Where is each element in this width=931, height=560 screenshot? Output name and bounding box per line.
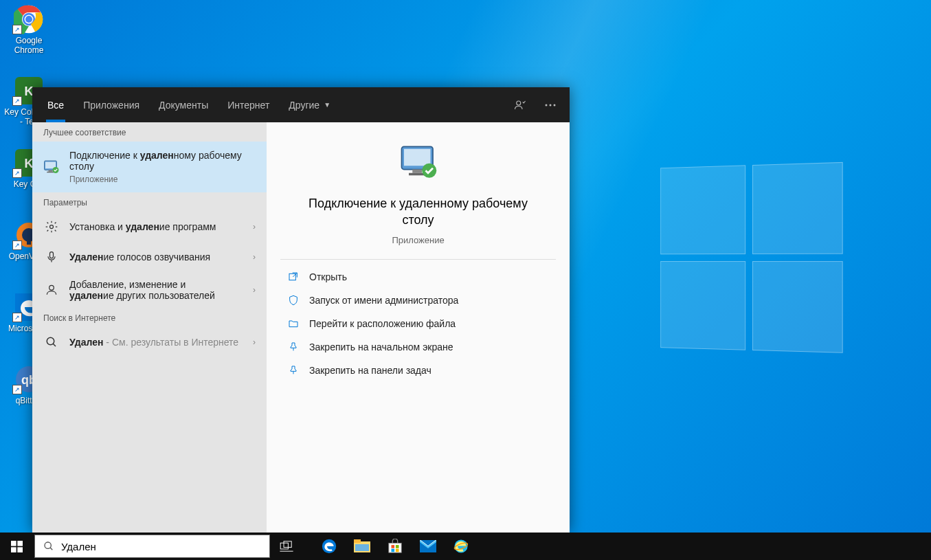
- tab-apps[interactable]: Приложения: [74, 87, 149, 122]
- svg-point-24: [50, 225, 54, 229]
- svg-point-39: [45, 542, 51, 548]
- action-run-as-admin[interactable]: Запуск от имени администратора: [280, 289, 556, 312]
- search-input[interactable]: [61, 541, 261, 552]
- search-icon: [43, 541, 54, 552]
- tab-documents[interactable]: Документы: [149, 87, 218, 122]
- search-detail-pane: Подключение к удаленному рабочему столу …: [267, 122, 570, 533]
- action-pin-start[interactable]: Закрепить на начальном экране: [280, 335, 556, 359]
- chevron-right-icon: ›: [253, 337, 256, 347]
- rdp-icon: [43, 159, 60, 175]
- svg-rect-41: [280, 543, 288, 549]
- taskbar-explorer[interactable]: [346, 533, 379, 560]
- folder-icon: [287, 317, 300, 330]
- result-best-match[interactable]: Подключение к удаленному рабочему столу …: [32, 142, 267, 192]
- svg-line-28: [53, 344, 56, 346]
- feedback-button[interactable]: [506, 91, 534, 119]
- start-button[interactable]: [0, 533, 33, 560]
- result-setting-uninstall[interactable]: Установка и удаление программ ›: [32, 212, 267, 242]
- person-icon: [43, 282, 60, 298]
- options-button[interactable]: [537, 91, 564, 119]
- result-setting-voices[interactable]: Удаление голосов озвучивания ›: [32, 242, 267, 272]
- svg-point-18: [554, 104, 556, 106]
- svg-rect-48: [389, 543, 401, 552]
- result-web-search[interactable]: Удален - См. результаты в Интернете ›: [32, 327, 267, 357]
- svg-rect-35: [11, 541, 16, 546]
- svg-line-40: [50, 548, 52, 550]
- svg-rect-11: [27, 235, 31, 245]
- search-panel-header: Все Приложения Документы Интернет Другие…: [32, 87, 570, 122]
- rdp-icon-large: [399, 143, 438, 181]
- svg-point-16: [546, 104, 548, 106]
- chevron-right-icon: ›: [253, 285, 256, 295]
- section-web: Поиск в Интернете: [32, 308, 267, 327]
- search-results-list: Лучшее соответствие Подключение к удален…: [32, 122, 267, 533]
- taskbar-store[interactable]: [379, 533, 412, 560]
- pin-icon: [287, 364, 300, 377]
- svg-rect-46: [354, 539, 361, 543]
- action-open[interactable]: Открыть: [280, 265, 556, 289]
- svg-rect-42: [284, 541, 291, 548]
- svg-point-15: [517, 101, 521, 105]
- mic-icon: [43, 249, 60, 265]
- pin-icon: [287, 341, 300, 353]
- svg-rect-30: [404, 149, 431, 166]
- taskbar-ie[interactable]: [445, 533, 478, 560]
- svg-rect-25: [50, 252, 54, 258]
- svg-rect-51: [392, 549, 395, 552]
- svg-point-26: [49, 285, 54, 290]
- search-panel: Все Приложения Документы Интернет Другие…: [32, 87, 570, 533]
- taskbar-search-box[interactable]: [34, 535, 270, 558]
- search-icon: [43, 334, 60, 350]
- svg-rect-21: [49, 170, 53, 172]
- section-settings: Параметры: [32, 192, 267, 212]
- svg-rect-22: [47, 172, 54, 173]
- tab-more[interactable]: Другие▼: [279, 87, 340, 122]
- tab-internet[interactable]: Интернет: [218, 87, 279, 122]
- desktop-icon-chrome[interactable]: ↗ Google Chrome: [3, 4, 55, 55]
- svg-point-17: [550, 104, 552, 106]
- shield-icon: [287, 294, 300, 306]
- svg-rect-49: [392, 545, 395, 548]
- svg-rect-52: [396, 549, 399, 552]
- svg-point-27: [47, 337, 54, 345]
- task-view-button[interactable]: [270, 533, 303, 560]
- taskbar-edge[interactable]: [313, 533, 346, 560]
- svg-rect-31: [412, 170, 422, 173]
- section-best-match: Лучшее соответствие: [32, 122, 267, 142]
- detail-title: Подключение к удаленному рабочему столу: [294, 195, 542, 228]
- svg-rect-50: [396, 545, 399, 548]
- svg-rect-36: [17, 541, 23, 546]
- svg-rect-47: [355, 544, 369, 551]
- chevron-right-icon: ›: [253, 252, 256, 262]
- tab-all[interactable]: Все: [38, 87, 74, 122]
- open-icon: [287, 271, 300, 283]
- taskbar-mail[interactable]: [412, 533, 445, 560]
- gear-icon: [43, 219, 60, 235]
- action-open-location[interactable]: Перейти к расположению файла: [280, 312, 556, 335]
- taskbar: [0, 533, 931, 560]
- detail-type: Приложение: [294, 235, 542, 245]
- svg-rect-37: [11, 547, 16, 552]
- action-pin-taskbar[interactable]: Закрепить на панели задач: [280, 359, 556, 382]
- svg-point-4: [25, 16, 32, 23]
- svg-rect-38: [17, 547, 23, 552]
- result-setting-users[interactable]: Добавление, изменение иудаление других п…: [32, 272, 267, 308]
- chevron-right-icon: ›: [253, 222, 256, 232]
